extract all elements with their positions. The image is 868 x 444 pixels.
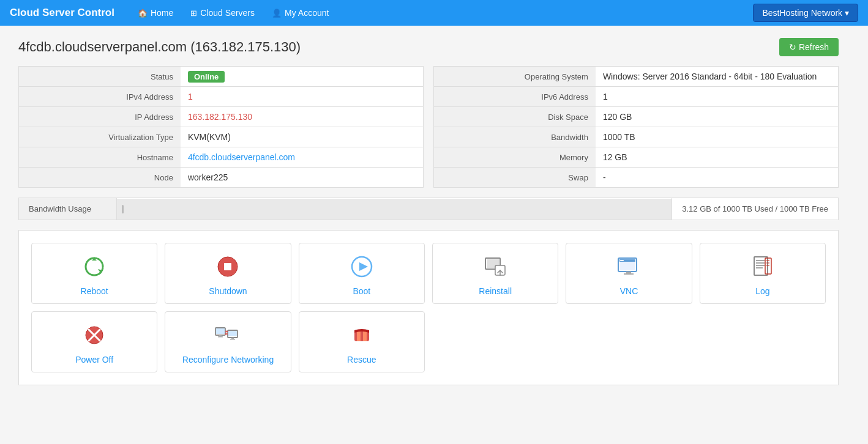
boot-icon [348, 253, 375, 280]
ipv4-value: 1 [181, 87, 424, 107]
refresh-button[interactable]: ↻ Refresh [779, 38, 839, 56]
bandwidth-bar [122, 205, 124, 213]
rescue-label: Rescue [347, 355, 376, 364]
log-icon [749, 253, 776, 280]
boot-button[interactable]: Boot [299, 243, 425, 304]
empty-slot [700, 311, 826, 372]
info-tables: Status Online IPv4 Address 1 IP Address … [18, 66, 839, 188]
server-info-right: Operating System Windows: Server 2016 St… [433, 66, 839, 188]
table-row: Hostname 4fcdb.cloudserverpanel.com [19, 147, 424, 168]
poweroff-button[interactable]: Power Off [31, 311, 157, 372]
hostname-value: 4fcdb.cloudserverpanel.com [181, 147, 424, 168]
nav-links: 🏠 Home ⊞ Cloud Servers 👤 My Account [129, 0, 753, 26]
virt-value: KVM(KVM) [181, 127, 424, 147]
memory-value: 12 GB [596, 147, 839, 168]
svg-rect-10 [620, 260, 624, 261]
table-row: IPv4 Address 1 [19, 87, 424, 107]
table-row: Bandwidth 1000 TB [434, 127, 839, 147]
bandwidth-bar-container [117, 199, 672, 220]
home-icon: 🏠 [138, 9, 148, 18]
shutdown-label: Shutdown [209, 286, 247, 296]
poweroff-icon [81, 322, 108, 349]
log-button[interactable]: Log [700, 243, 826, 304]
page-title: 4fcdb.cloudserverpanel.com (163.182.175.… [18, 39, 301, 55]
reconfig-label: Reconfigure Networking [182, 355, 274, 364]
user-icon: 👤 [272, 9, 282, 18]
status-badge: Online [188, 71, 225, 83]
nav-my-account-label: My Account [285, 8, 329, 18]
reboot-button[interactable]: Reboot [31, 243, 157, 304]
table-row: Node worker225 [19, 168, 424, 188]
nav-home[interactable]: 🏠 Home [129, 0, 182, 26]
reinstall-label: Reinstall [479, 286, 512, 296]
bandwidth-value-r: 1000 TB [596, 127, 839, 147]
ipv6-label: IPv6 Address [434, 87, 596, 107]
main-content: 4fcdb.cloudserverpanel.com (163.182.175.… [0, 26, 857, 398]
brand-title: Cloud Server Control [10, 7, 114, 19]
disk-label: Disk Space [434, 107, 596, 127]
nav-cloud-servers-label: Cloud Servers [200, 8, 255, 18]
os-value: Windows: Server 2016 Standard - 64bit - … [596, 67, 839, 87]
vnc-button[interactable]: VNC [566, 243, 692, 304]
memory-label: Memory [434, 147, 596, 168]
vnc-icon [615, 253, 642, 280]
table-row: Swap - [434, 168, 839, 188]
table-row: Memory 12 GB [434, 147, 839, 168]
actions-grid-row2: Power Off [31, 311, 826, 372]
reconfig-icon [214, 322, 241, 349]
empty-slot [566, 311, 692, 372]
actions-grid-row1: Reboot Shutdown Boot [31, 243, 826, 304]
disk-value: 120 GB [596, 107, 839, 127]
log-label: Log [755, 286, 769, 296]
svg-rect-32 [230, 339, 235, 340]
node-value: worker225 [181, 168, 424, 188]
nav-my-account[interactable]: 👤 My Account [263, 0, 337, 26]
navbar-right: BestHosting Network ▾ [753, 4, 858, 22]
table-row: Disk Space 120 GB [434, 107, 839, 127]
ip-label: IP Address [19, 107, 181, 127]
server-info-left: Status Online IPv4 Address 1 IP Address … [18, 66, 424, 188]
navbar: Cloud Server Control 🏠 Home ⊞ Cloud Serv… [0, 0, 868, 26]
svg-marker-3 [359, 262, 368, 271]
empty-slot [432, 311, 558, 372]
page-title-row: 4fcdb.cloudserverpanel.com (163.182.175.… [18, 38, 839, 56]
status-value: Online [181, 67, 424, 87]
network-dropdown[interactable]: BestHosting Network ▾ [753, 4, 858, 22]
grid-icon: ⊞ [190, 9, 197, 18]
svg-rect-31 [231, 338, 234, 339]
svg-rect-30 [228, 331, 237, 336]
status-label: Status [19, 67, 181, 87]
svg-rect-27 [219, 335, 222, 336]
table-row: Virtualization Type KVM(KVM) [19, 127, 424, 147]
shutdown-button[interactable]: Shutdown [165, 243, 291, 304]
boot-label: Boot [353, 286, 370, 296]
rescue-button[interactable]: Rescue [299, 311, 425, 372]
svg-rect-28 [218, 336, 223, 338]
swap-value: - [596, 168, 839, 188]
bandwidth-row: Bandwidth Usage 3.12 GB of 1000 TB Used … [18, 198, 839, 220]
svg-rect-1 [224, 263, 231, 270]
bandwidth-usage-text: 3.12 GB of 1000 TB Used / 1000 TB Free [672, 198, 838, 220]
rescue-icon [348, 322, 375, 349]
svg-rect-11 [626, 272, 631, 273]
nav-cloud-servers[interactable]: ⊞ Cloud Servers [182, 0, 263, 26]
table-row: IPv6 Address 1 [434, 87, 839, 107]
poweroff-label: Power Off [75, 355, 113, 364]
table-row: Operating System Windows: Server 2016 St… [434, 67, 839, 87]
svg-rect-12 [624, 273, 634, 275]
ip-value: 163.182.175.130 [181, 107, 424, 127]
svg-rect-26 [216, 328, 225, 334]
reinstall-icon [482, 253, 509, 280]
vnc-label: VNC [620, 286, 638, 296]
bandwidth-label-r: Bandwidth [434, 127, 596, 147]
nav-home-label: Home [151, 8, 173, 18]
reboot-label: Reboot [81, 286, 108, 296]
ipv4-label: IPv4 Address [19, 87, 181, 107]
reinstall-button[interactable]: Reinstall [432, 243, 558, 304]
virt-label: Virtualization Type [19, 127, 181, 147]
reboot-icon [81, 253, 108, 280]
reconfig-button[interactable]: Reconfigure Networking [165, 311, 291, 372]
bandwidth-usage-label: Bandwidth Usage [19, 198, 117, 220]
table-row: IP Address 163.182.175.130 [19, 107, 424, 127]
os-label: Operating System [434, 67, 596, 87]
